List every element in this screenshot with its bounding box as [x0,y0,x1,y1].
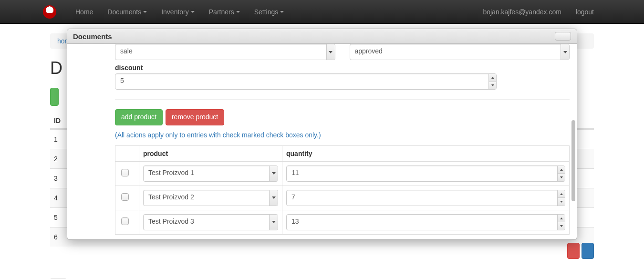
col-product: product [139,145,282,161]
navbar: Home Documents Inventory Partners Settin… [0,0,644,24]
divider [115,99,570,100]
bg-edit-button[interactable] [582,243,594,259]
add-product-button[interactable]: add product [115,109,163,125]
nav-right: bojan.kajfes@yandex.com logout [476,1,601,23]
documents-dialog: Documents sale approved discount 5 [67,29,577,240]
spinner-buttons[interactable] [557,215,565,230]
table-row: Test Proizvod 2 7 [115,186,570,210]
table-row: Test Proizvod 3 13 [115,210,570,234]
discount-label: discount [115,64,570,72]
dialog-close-button[interactable] [555,32,571,41]
chevron-down-icon [236,11,240,13]
quantity-value[interactable]: 7 [286,190,565,206]
chevron-down-icon [143,11,147,13]
chevron-down-icon [191,11,195,13]
status-select-value: approved [350,44,570,60]
quantity-input[interactable]: 13 [286,214,565,230]
table-row: Test Proizvod 1 11 [115,161,570,186]
nav-item-documents[interactable]: Documents [100,1,154,23]
brand-logo[interactable] [43,5,56,19]
row-checkbox[interactable] [121,217,129,225]
row-checkbox[interactable] [121,169,129,176]
nav-item-home[interactable]: Home [68,1,100,23]
nav-logout[interactable]: logout [569,1,601,23]
quantity-value[interactable]: 13 [286,214,565,230]
product-select[interactable]: Test Proizvod 3 [143,214,278,230]
chevron-down-icon[interactable] [269,190,278,206]
spinner-buttons[interactable] [557,190,565,206]
chevron-down-icon[interactable] [561,44,569,60]
status-select[interactable]: approved [350,44,570,60]
scrollbar[interactable] [571,120,575,201]
product-select-value: Test Proizvod 3 [143,214,278,230]
bg-delete-button[interactable] [567,243,580,259]
spinner-down-icon[interactable] [558,198,565,206]
dialog-titlebar[interactable]: Documents [67,29,577,44]
nav-item-inventory[interactable]: Inventory [154,1,202,23]
nav-item-partners[interactable]: Partners [202,1,247,23]
quantity-value[interactable]: 11 [286,165,565,182]
discount-value[interactable]: 5 [115,73,497,90]
products-table: product quantity Test Proizvod 1 [115,145,570,235]
col-checkbox [115,145,139,161]
chevron-down-icon[interactable] [326,44,335,60]
nav-item-settings[interactable]: Settings [247,1,291,23]
quantity-input[interactable]: 11 [286,165,565,182]
type-select[interactable]: sale [115,44,335,60]
bg-row-actions [50,243,594,259]
nav-main: Home Documents Inventory Partners Settin… [68,1,291,23]
product-select[interactable]: Test Proizvod 2 [143,190,278,206]
spinner-buttons[interactable] [557,166,565,181]
product-select-value: Test Proizvod 1 [143,165,278,182]
spinner-up-icon[interactable] [558,166,565,174]
dialog-body: sale approved discount 5 [67,44,577,239]
remove-product-button[interactable]: remove product [166,109,224,125]
chevron-down-icon[interactable] [269,166,278,181]
dialog-title: Documents [73,32,112,41]
spinner-buttons[interactable] [488,74,496,89]
nav-user-email[interactable]: bojan.kajfes@yandex.com [476,1,568,23]
type-select-value: sale [115,44,335,60]
row-checkbox[interactable] [121,193,129,201]
chevron-down-icon[interactable] [269,215,278,230]
spinner-down-icon[interactable] [489,82,496,90]
actions-note: (All acions apply only to entries with c… [115,131,570,139]
product-select-value: Test Proizvod 2 [143,190,278,206]
spinner-up-icon[interactable] [489,74,496,82]
spinner-down-icon[interactable] [558,222,565,230]
spinner-down-icon[interactable] [558,174,565,181]
chevron-down-icon [280,11,284,13]
col-quantity: quantity [282,145,570,161]
spinner-up-icon[interactable] [558,215,565,223]
spinner-up-icon[interactable] [558,190,565,198]
product-select[interactable]: Test Proizvod 1 [143,165,278,182]
add-button-bg[interactable] [50,88,59,106]
product-actions: add product remove product [115,109,570,125]
discount-input[interactable]: 5 [115,73,497,90]
quantity-input[interactable]: 7 [286,190,565,206]
